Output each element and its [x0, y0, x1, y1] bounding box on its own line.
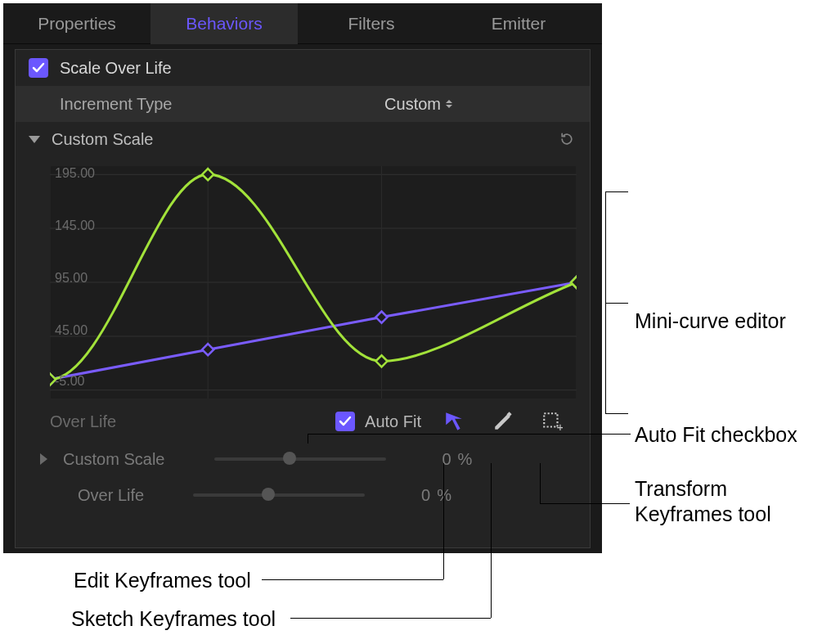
tab-behaviors[interactable]: Behaviors [150, 3, 298, 44]
ytick-45: 45.00 [55, 323, 88, 338]
leader-line [308, 434, 631, 435]
param-over-life: Over Life 0 % [16, 477, 590, 513]
callout-auto-fit: Auto Fit checkbox [635, 423, 797, 447]
param-custom-scale-slider[interactable] [214, 457, 386, 461]
tab-filters[interactable]: Filters [298, 3, 445, 44]
behavior-enable-checkbox[interactable] [29, 58, 48, 78]
leader-line [605, 191, 628, 192]
reset-button[interactable] [557, 129, 577, 149]
leader-line [262, 579, 443, 580]
updown-caret-icon [446, 98, 454, 110]
sketch-keyframes-tool[interactable] [487, 406, 519, 437]
tab-bar: Properties Behaviors Filters Emitter [3, 3, 602, 44]
leader-line [491, 463, 492, 618]
custom-scale-disclosure[interactable]: Custom Scale [16, 122, 590, 156]
increment-type-row: Increment Type Custom [16, 86, 590, 122]
increment-type-label: Increment Type [60, 95, 172, 114]
leader-line [605, 303, 628, 304]
callout-mini-curve: Mini-curve editor [635, 309, 786, 333]
param-over-life-unit: % [437, 486, 451, 505]
auto-fit-label: Auto Fit [365, 412, 421, 431]
param-over-life-value[interactable]: 0 [381, 486, 430, 505]
mini-curve-editor[interactable]: Custom Scale [27, 163, 578, 402]
behavior-title: Scale Over Life [60, 59, 172, 78]
ytick-145: 145.00 [55, 218, 95, 233]
tab-emitter[interactable]: Emitter [445, 3, 592, 44]
over-life-label: Over Life [50, 412, 116, 431]
disclosure-triangle-down-icon [29, 136, 40, 143]
leader-line [443, 463, 444, 579]
leader-line [290, 618, 491, 619]
callout-transform-tool: TransformKeyframes tool [635, 476, 771, 528]
leader-line [540, 463, 541, 503]
callout-sketch-tool: Sketch Keyframes tool [71, 607, 276, 631]
ytick-neg5: -5.00 [55, 374, 84, 389]
leader-line [308, 434, 308, 444]
auto-fit-checkbox[interactable] [335, 412, 355, 431]
tab-properties[interactable]: Properties [3, 3, 150, 44]
ytick-95: 95.00 [55, 271, 88, 286]
increment-type-select[interactable]: Custom [384, 95, 454, 114]
inspector-body: Scale Over Life Increment Type Custom Cu… [15, 49, 591, 548]
edit-keyframes-tool[interactable] [438, 406, 470, 437]
param-custom-scale-label: Custom Scale [63, 450, 165, 469]
increment-type-value: Custom [384, 95, 441, 114]
svg-rect-19 [544, 413, 557, 426]
disclosure-triangle-right-icon[interactable] [40, 453, 47, 465]
param-custom-scale: Custom Scale 0 % [16, 441, 590, 477]
ytick-195: 195.00 [55, 166, 95, 181]
param-over-life-label: Over Life [78, 486, 144, 505]
param-custom-scale-unit: % [458, 450, 473, 469]
leader-line [605, 413, 628, 414]
inspector-panel: Properties Behaviors Filters Emitter Sca… [3, 3, 602, 553]
svg-text:+: + [556, 420, 563, 432]
param-over-life-slider[interactable] [193, 493, 365, 497]
leader-line [540, 503, 630, 504]
custom-scale-label: Custom Scale [52, 130, 154, 149]
behavior-header: Scale Over Life [16, 50, 590, 86]
callout-edit-tool: Edit Keyframes tool [74, 569, 251, 592]
transform-keyframes-tool[interactable]: + [536, 406, 568, 437]
curve-footer: Over Life Auto Fit + [16, 402, 590, 441]
